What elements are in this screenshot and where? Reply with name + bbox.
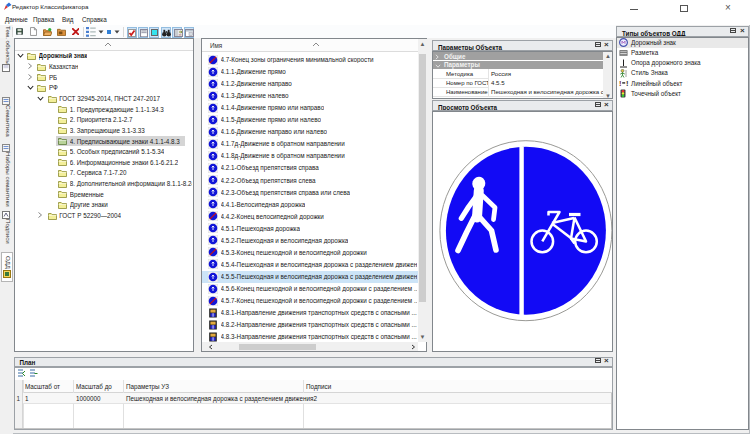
svg-text:!: !	[619, 79, 622, 87]
svg-text:!: !	[626, 79, 629, 87]
